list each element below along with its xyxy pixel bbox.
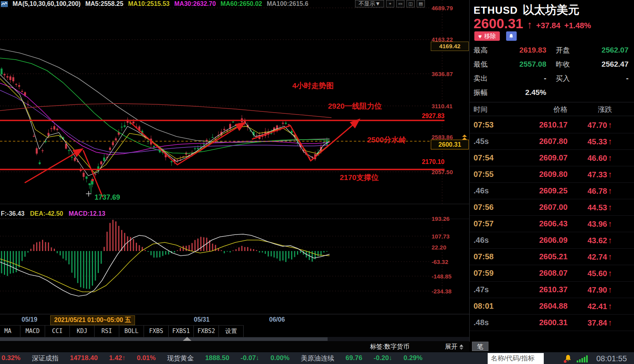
high-marker-box: 4169.42 [431,42,469,51]
trade-change: 46.78↑ [568,186,612,196]
price-change-pct: +1.48% [564,21,591,30]
up-arrow-icon: ↑ [608,203,612,212]
ticker-item: 现货黄金 [167,354,194,363]
trade-change: 43.62↑ [568,236,612,245]
crosshair-icon[interactable]: + [386,0,394,7]
axis-label: 2057.50 [432,169,459,175]
pen-tab[interactable]: 笔 [472,342,488,351]
remove-favorite-button[interactable]: ♥ 移除 [474,31,500,41]
trade-change: 42.41↑ [568,302,612,311]
indicator-tab[interactable]: MA [0,326,20,337]
expand-label: 展开 [445,343,457,351]
trade-price: 2605.21 [510,252,568,261]
trade-change: 43.96↑ [568,219,612,229]
price-up-marker-icon [462,135,467,140]
axis-label: 22.20 [432,244,459,251]
table-row[interactable]: .48s 2600.31 37.84↑ [470,315,634,331]
tag-label[interactable]: 标签:数字货币 [370,343,409,351]
alert-bell-button[interactable] [506,31,517,41]
ticker-item: 14718.40 [70,354,98,362]
axis-label: -234.38 [432,288,459,295]
indicator-tab[interactable]: FXBS2 [194,326,219,337]
table-row[interactable]: 08:01 2604.88 42.41↑ [470,298,634,315]
trade-price: 2607.80 [510,137,568,146]
axis-label: 193.26 [432,215,459,222]
up-arrow-icon: ↑ [608,153,612,162]
date-tick: 06/06 [269,316,285,323]
trade-change: 44.53↑ [568,203,612,212]
up-arrow-icon: ↑ [608,137,612,146]
time-axis: 05/19 2021/05/21 01:00~05:00 五 05/31 06/… [0,314,469,325]
trade-price: 2610.37 [510,285,568,294]
dif-value: F:-36.43 [1,210,24,217]
trade-time: .46s [474,186,510,195]
indicator-tab[interactable]: CCI [45,326,70,337]
stat-label: 最低 [474,60,488,69]
table-row[interactable]: .45s 2607.80 45.33↑ [470,133,634,150]
chart-scrollbar[interactable] [0,337,469,341]
ma30-value: MA30:2632.70 [174,0,216,7]
macd-legend: F:-36.43 DEA:-42.50 MACD:12.13 [1,210,105,217]
indicator-tab[interactable]: RSI [95,326,119,337]
price-change: +37.84 [536,21,561,30]
trade-time: 07:53 [474,120,510,129]
axis-label: -63.32 [432,258,459,265]
trade-time: 07:59 [474,269,510,278]
trade-change: 47.70↑ [568,120,612,130]
resistance-price-label: 2927.83 [400,113,445,120]
trade-time: 07:56 [474,203,510,212]
trade-change: 45.60↑ [568,269,612,278]
ticker-item: 0.29% [404,354,423,362]
stat-value: 2.45% [525,88,547,97]
trade-change: 37.84↑ [568,318,612,328]
trade-time: .47s [474,285,510,294]
table-row[interactable]: 07:59 2608.07 45.60↑ [470,265,634,282]
up-arrow-icon: ↑ [608,236,612,245]
table-row[interactable]: .46s 2606.09 43.62↑ [470,232,634,249]
trade-change: 46.60↑ [568,153,612,163]
chart-canvas[interactable] [0,0,469,314]
table-row[interactable]: 07:57 2606.43 43.96↑ [470,216,634,232]
table-row[interactable]: 07:56 2607.00 44.53↑ [470,199,634,216]
macd-value: MACD:12.13 [69,210,105,217]
indicator-tab[interactable]: FXBS1 [169,326,194,337]
col-price: 价格 [510,105,568,114]
table-row[interactable]: 07:55 2609.80 47.33↑ [470,166,634,183]
notification-bell-icon[interactable] [564,354,573,363]
trade-time: 07:57 [474,219,510,228]
ticker-item: 0.32% [2,354,20,362]
symbol-search-input[interactable] [488,353,544,364]
scroll-up-icon[interactable] [183,337,191,341]
split-view-icon[interactable]: ◫ [406,0,415,7]
price-up-arrow-icon: ↑ [527,19,532,31]
axis-label: 4689.79 [432,5,459,11]
trade-change: 45.33↑ [568,137,612,146]
table-row[interactable]: .46s 2609.25 46.78↑ [470,183,634,199]
dea-value: DEA:-42.50 [30,210,63,217]
action-buttons: ♥ 移除 [474,31,517,41]
indicator-tab[interactable]: KDJ [70,326,95,337]
pane-layout-icon[interactable]: ▭ [396,0,404,7]
display-mode-dropdown[interactable]: 不显示▼ [355,0,384,7]
indicator-tab[interactable]: MACD [20,326,45,337]
expand-button[interactable]: 展开 [445,343,463,351]
trade-time: 07:55 [474,170,510,179]
trade-price: 2609.25 [510,186,568,195]
export-chart-icon[interactable]: ▤ [417,0,425,7]
stat-label: 昨收 [556,60,570,69]
trade-price: 2606.09 [510,236,568,245]
indicator-tab[interactable]: 设置 [219,326,244,337]
low-price-label: 1737.69 [95,193,120,202]
table-row[interactable]: 07:54 2609.07 46.60↑ [470,150,634,166]
table-row[interactable]: .47s 2610.37 47.90↑ [470,282,634,298]
indicator-tab[interactable]: BOLL [119,326,144,337]
scrollbar-thumb[interactable] [0,337,328,341]
table-row[interactable]: 07:58 2605.21 42.74↑ [470,249,634,265]
ma100-value: MA100:2615.6 [267,0,308,7]
indicator-tab[interactable]: FXBS [144,326,169,337]
table-row[interactable]: 07:53 2610.17 47.70↑ [470,117,634,133]
trade-price: 2608.07 [510,269,568,278]
remove-label: 移除 [484,33,496,40]
up-arrow-icon: ↑ [608,285,612,294]
ma10-value: MA10:2515.53 [128,0,169,7]
